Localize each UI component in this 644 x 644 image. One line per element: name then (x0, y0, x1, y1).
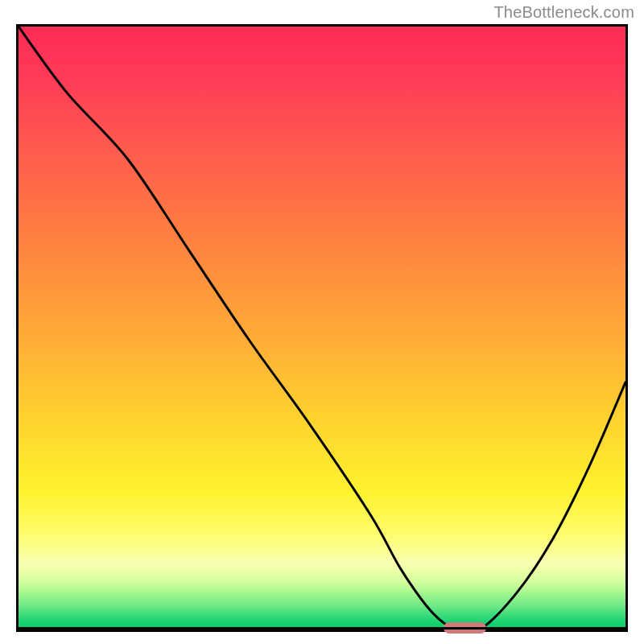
bottleneck-chart: TheBottleneck.com (0, 0, 644, 644)
plot-area (16, 24, 628, 632)
curve-svg (19, 27, 625, 630)
bottleneck-curve (19, 27, 625, 630)
baseline (19, 627, 625, 630)
watermark-text: TheBottleneck.com (493, 3, 634, 22)
